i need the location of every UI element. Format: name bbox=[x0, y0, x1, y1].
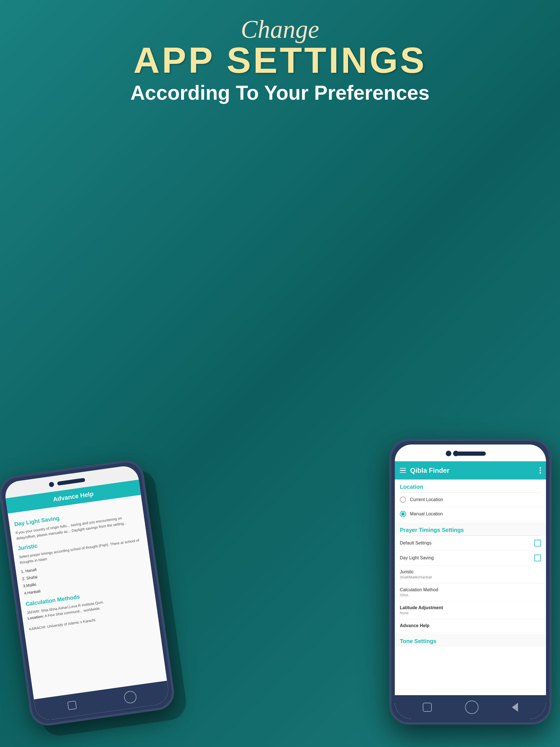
manual-location-radio-fill bbox=[401, 512, 405, 516]
prayer-section-label: Prayer Timings Settings bbox=[395, 523, 546, 536]
app-title: Qibla Finder bbox=[410, 467, 535, 474]
phones-container: Advance Help Day Light Saving If you you… bbox=[0, 187, 560, 747]
bg-nav-home[interactable] bbox=[123, 690, 137, 704]
calculation-method-label: Calculation Method bbox=[400, 587, 541, 592]
phone-foreground: Qibla Finder Location bbox=[389, 439, 552, 725]
more-options-button[interactable] bbox=[539, 467, 541, 474]
fg-nav-home[interactable] bbox=[465, 700, 479, 714]
bg-header-title: Advance Help bbox=[53, 490, 94, 503]
default-settings-checkbox[interactable] bbox=[534, 540, 541, 546]
day-light-saving-row[interactable]: Day Light Saving bbox=[395, 551, 546, 566]
dot-2 bbox=[539, 470, 541, 471]
advance-help-row[interactable]: Advance Help bbox=[395, 619, 546, 633]
latitude-adjustment-row[interactable]: Latitude Adjustment None bbox=[395, 601, 546, 619]
app-content: Location Current Location Manual Locatio… bbox=[395, 480, 546, 695]
manual-location-label: Manual Location bbox=[410, 511, 443, 516]
calculation-method-sublabel: ISNA bbox=[400, 593, 541, 597]
bg-content: Day Light Saving If you your country of … bbox=[8, 495, 159, 640]
header-subtitle: According To Your Preferences bbox=[0, 81, 560, 104]
fg-speaker bbox=[455, 452, 486, 456]
manual-location-radio[interactable] bbox=[400, 511, 406, 517]
hamburger-button[interactable] bbox=[400, 468, 406, 473]
juristic-label: Juristic bbox=[400, 569, 541, 574]
fg-nav-recent[interactable] bbox=[423, 703, 432, 712]
phone-bg-inner: Advance Help Day Light Saving If you you… bbox=[3, 464, 170, 722]
hamburger-line-3 bbox=[400, 472, 406, 473]
default-settings-label: Default Settings bbox=[400, 541, 431, 546]
bg-camera-icon bbox=[49, 482, 54, 487]
hamburger-line-2 bbox=[400, 470, 406, 471]
phone-fg-inner: Qibla Finder Location bbox=[395, 444, 546, 719]
juristic-row[interactable]: Juristic Shafi/Maliki/Hanbali bbox=[395, 566, 546, 584]
bg-speaker bbox=[57, 478, 85, 486]
dot-3 bbox=[539, 472, 541, 474]
latitude-adjustment-label: Latitude Adjustment bbox=[400, 605, 541, 610]
current-location-radio[interactable] bbox=[400, 497, 406, 503]
app-header: Qibla Finder bbox=[395, 461, 546, 480]
header: Change APP SETTINGS According To Your Pr… bbox=[0, 0, 560, 115]
fg-nav-back[interactable] bbox=[512, 703, 518, 712]
current-location-label: Current Location bbox=[410, 497, 443, 502]
day-light-saving-checkbox[interactable] bbox=[534, 555, 541, 561]
day-light-saving-label: Day Light Saving bbox=[400, 556, 434, 561]
calculation-method-row[interactable]: Calculation Method ISNA bbox=[395, 584, 546, 601]
bg-screen: Advance Help Day Light Saving If you you… bbox=[6, 480, 167, 699]
juristic-sublabel: Shafi/Maliki/Hanbali bbox=[400, 575, 541, 579]
advance-help-label: Advance Help bbox=[400, 623, 541, 628]
header-app-settings: APP SETTINGS bbox=[0, 42, 560, 78]
current-location-option[interactable]: Current Location bbox=[395, 493, 546, 507]
fg-nav bbox=[395, 695, 546, 719]
location-section-label: Location bbox=[395, 480, 546, 492]
default-settings-row[interactable]: Default Settings bbox=[395, 536, 546, 551]
bg-nav-recent[interactable] bbox=[67, 700, 77, 710]
fg-camera1-icon bbox=[446, 450, 451, 456]
dot-1 bbox=[539, 467, 541, 469]
manual-location-option[interactable]: Manual Location bbox=[395, 507, 546, 521]
fg-screen: Qibla Finder Location bbox=[395, 461, 546, 695]
hamburger-line-1 bbox=[400, 468, 406, 469]
tone-section-label: Tone Settings bbox=[395, 634, 546, 647]
latitude-adjustment-sublabel: None bbox=[400, 611, 541, 615]
header-change: Change bbox=[0, 17, 560, 42]
